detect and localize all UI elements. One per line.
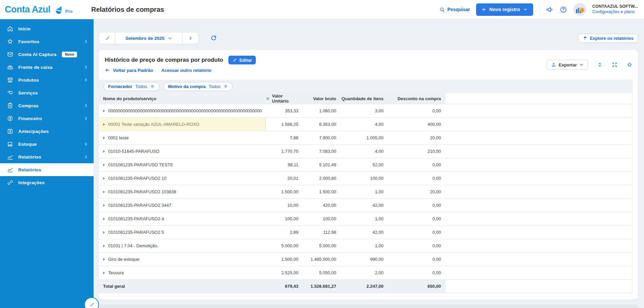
filter-chip[interactable]: Fornecedor Todos xyxy=(103,82,159,91)
sidebar-item[interactable]: Conta AI Captura Novo xyxy=(0,48,94,61)
sidebar-item[interactable]: Relatórios xyxy=(0,150,94,163)
expand-arrow-icon[interactable] xyxy=(103,164,105,166)
avatar[interactable] xyxy=(573,3,586,16)
sidebar-item[interactable]: Antecipações xyxy=(0,125,94,138)
table-row[interactable]: 0101081235-PARAFUSO2 4 100,00 100,00 1,0… xyxy=(99,212,632,226)
sidebar-item[interactable]: Estoque xyxy=(0,138,94,150)
previous-period-button[interactable] xyxy=(99,32,115,44)
expand-arrow-icon[interactable] xyxy=(103,204,105,207)
unit-value-cell: 10,00 xyxy=(266,199,303,212)
sidebar-item[interactable]: Compras xyxy=(0,99,94,112)
table-row[interactable]: 0101081235-PARAFUSO2 10 20,01 2.000,80 1… xyxy=(99,172,632,185)
fullscreen-button[interactable] xyxy=(612,62,618,68)
top-bar: Conta Azul Pro Relatórios de compras Pes… xyxy=(0,0,644,19)
expand-arrow-icon[interactable] xyxy=(103,231,105,234)
edit-report-button[interactable]: Editar xyxy=(228,56,256,64)
expand-arrow-icon[interactable] xyxy=(103,123,105,126)
gear-icon[interactable] xyxy=(266,96,270,101)
sidebar-item[interactable]: Relatórios xyxy=(0,163,94,176)
discount-cell: 210,00 xyxy=(388,145,446,158)
chevron-right-icon xyxy=(83,142,88,146)
expand-arrow-icon[interactable] xyxy=(103,258,105,261)
table-row[interactable]: 0001 teste 7,86 7.900,00 1.005,00 20,00 xyxy=(99,131,632,145)
expand-rows-button[interactable] xyxy=(597,62,603,68)
discount-cell: 0,00 xyxy=(388,172,446,185)
expand-arrow-icon[interactable] xyxy=(103,110,105,112)
expand-arrow-icon[interactable] xyxy=(103,137,105,139)
unit-value-cell: 7,86 xyxy=(266,131,303,144)
sidebar-item[interactable]: Frente de caixa xyxy=(0,61,94,74)
help-button[interactable] xyxy=(560,6,567,13)
expand-arrow-icon[interactable] xyxy=(103,245,105,247)
logo-text-azul: Azul xyxy=(32,5,50,14)
logo-pro-label: Pro xyxy=(65,9,73,14)
refresh-button[interactable] xyxy=(210,35,217,41)
sidebar-item[interactable]: Favoritos xyxy=(0,35,94,48)
table-row[interactable]: 01031 | 7.04 - Demolição. 5.000,00 5.000… xyxy=(99,239,632,253)
table-row[interactable]: 0101081235-PARAFUSO TESTE 98,11 5.101,49… xyxy=(99,158,632,172)
export-button[interactable]: Exportar xyxy=(547,60,588,70)
table-row[interactable]: 0101081235-PARAFUSO2 103838 1.500,00 1.5… xyxy=(99,185,632,199)
dollar-icon xyxy=(7,115,14,122)
product-name: 01031 | 7.04 - Demolição. xyxy=(108,243,158,248)
expand-arrow-icon[interactable] xyxy=(103,191,105,193)
product-name: 0101081235-PARAFUSO TESTE xyxy=(108,162,173,167)
unit-value-cell: 20,01 xyxy=(266,172,303,185)
sidebar-item[interactable]: Início xyxy=(0,22,94,35)
new-record-button[interactable]: Novo registro xyxy=(476,3,533,16)
back-to-default-link[interactable]: Voltar para Padrão xyxy=(105,67,153,73)
gross-value-cell: 2.000,80 xyxy=(303,172,341,185)
expand-arrow-icon[interactable] xyxy=(103,177,105,180)
sort-vertical-icon xyxy=(597,62,603,68)
unit-value-cell: 5.000,00 xyxy=(266,239,303,252)
sidebar-item[interactable]: Produtos xyxy=(0,74,94,86)
table-row[interactable]: 00001 Teste variação AZUL-AMARELO-ROXO 1… xyxy=(99,118,632,131)
sidebar-item[interactable]: Serviços xyxy=(0,86,94,99)
table-row[interactable]: 0000000000000000000000000000000000000000… xyxy=(99,104,632,118)
announcements-button[interactable] xyxy=(546,6,553,13)
discount-cell: 0,00 xyxy=(388,266,446,279)
link-icon xyxy=(7,179,14,186)
table-row[interactable]: 01010-51645-PARAFUSO 1.770,75 7.083,00 4… xyxy=(99,145,632,158)
period-selector[interactable]: Setembro de 2025 xyxy=(115,32,182,44)
gear-icon[interactable] xyxy=(223,84,228,89)
account-settings-link[interactable]: Configurações e plano xyxy=(592,9,638,15)
gear-icon[interactable] xyxy=(150,84,155,89)
signpost-icon xyxy=(583,36,587,40)
expand-arrow-icon[interactable] xyxy=(103,218,105,220)
sidebar-item-label: Estoque xyxy=(18,142,37,147)
sidebar-item-label: Antecipações xyxy=(18,129,49,134)
product-name: 0101081235-PARAFUSO2 4 xyxy=(108,216,164,221)
new-record-label: Novo registro xyxy=(489,7,520,12)
discount-cell: 0,00 xyxy=(388,212,446,225)
table-row[interactable]: 0101081235-PARAFUSO2 3447 10,00 420,00 4… xyxy=(99,199,632,212)
column-header-unit-value[interactable]: Valor Unitário xyxy=(266,93,303,104)
explore-reports-button[interactable]: Explore os relatórios xyxy=(578,34,638,43)
column-header-gross-value[interactable]: Valor bruto xyxy=(303,93,341,104)
favorite-report-button[interactable] xyxy=(626,62,633,68)
sidebar-item[interactable]: Financeiro xyxy=(0,112,94,125)
filter-chip[interactable]: Motivo da compra Todos xyxy=(163,82,233,91)
next-period-button[interactable] xyxy=(182,32,198,44)
expand-arrow-icon[interactable] xyxy=(103,272,105,274)
account-menu[interactable]: CONTAAZUL SOFTW... Configurações e plano xyxy=(592,4,638,15)
chevron-right-icon xyxy=(188,36,193,41)
contaazul-logo[interactable]: Conta Azul Pro xyxy=(5,5,86,14)
table-row[interactable]: Tesoura 2.525,00 5.050,00 2,00 0,00 xyxy=(99,266,632,280)
product-name: 0101081235-PARAFUSO2 10 xyxy=(108,176,166,181)
sidebar-item[interactable]: Integrações xyxy=(0,176,94,189)
open-other-report-link[interactable]: Acessar outro relatório xyxy=(161,68,212,73)
column-header-quantity[interactable]: Quantidade de itens xyxy=(341,93,388,104)
gross-value-cell: 5.101,49 xyxy=(303,158,341,171)
search-button[interactable]: Pesquisar xyxy=(439,7,470,12)
column-header-product[interactable]: Nome do produto/serviço xyxy=(99,93,266,104)
home-icon xyxy=(7,25,14,32)
table-header-row: Nome do produto/serviço Valor Unitário V… xyxy=(99,93,632,104)
expand-arrow-icon[interactable] xyxy=(103,150,105,153)
table-row[interactable]: 0101081235-PARAFUSO2 5 2,69 112,98 42,00… xyxy=(99,226,632,239)
column-header-discount[interactable]: Desconto na compra xyxy=(388,93,446,104)
quantity-cell: 2,00 xyxy=(341,266,388,279)
chevron-down-icon xyxy=(579,63,584,67)
box-icon xyxy=(7,141,14,147)
table-row[interactable]: Giro de estoque 1.500,00 1.485.000,00 99… xyxy=(99,253,632,266)
